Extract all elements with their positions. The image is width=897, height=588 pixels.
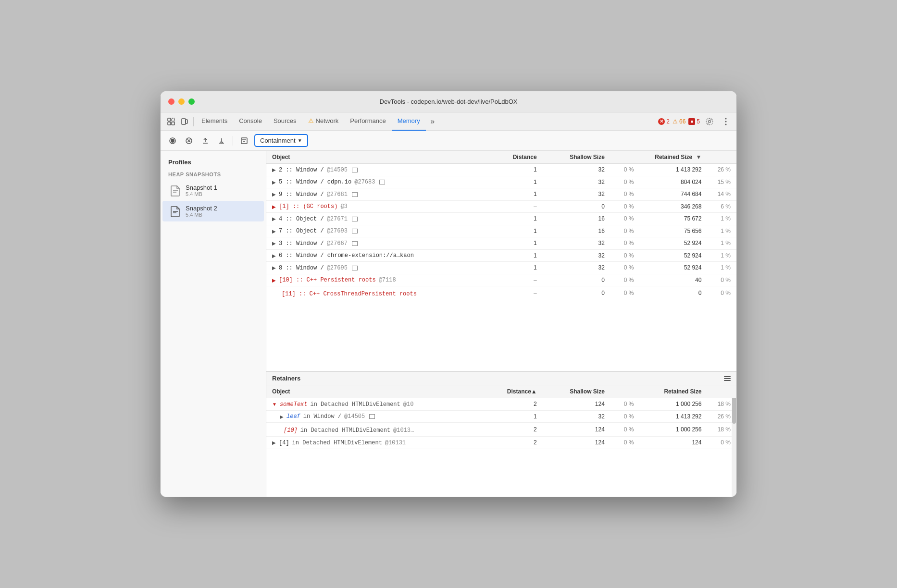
svg-rect-1 (172, 118, 174, 121)
window-box-icon (352, 229, 358, 233)
device-icon[interactable] (178, 115, 191, 128)
retainers-scroll[interactable]: Object Distance▲ Shallow Size Retained S… (266, 385, 736, 497)
window-box-icon (369, 414, 375, 419)
retainer-row[interactable]: [10] in Detached HTMLDivElement @1013… 2… (266, 423, 736, 437)
tab-console[interactable]: Console (233, 112, 268, 131)
expand-arrow-icon[interactable]: ▶ (272, 167, 276, 172)
expand-arrow-icon[interactable]: ▶ (280, 414, 284, 419)
expand-arrow-icon[interactable]: ▼ (272, 402, 277, 407)
expand-arrow-icon[interactable]: ▶ (272, 192, 276, 197)
snapshot-item-2[interactable]: Snapshot 2 5.4 MB (162, 201, 264, 221)
svg-rect-14 (241, 138, 247, 144)
inspector-icon[interactable] (164, 115, 178, 128)
devtools-window: DevTools - codepen.io/web-dot-dev/live/P… (160, 91, 737, 497)
retainers-header-row: Object Distance▲ Shallow Size Retained S… (266, 385, 736, 398)
svg-rect-0 (168, 118, 171, 121)
col-header-shallow: Shallow Size (543, 151, 610, 164)
table-row[interactable]: [11] :: C++ CrossThreadPersistent roots … (266, 286, 736, 300)
col-header-retained[interactable]: Retained Size ▼ (639, 151, 707, 164)
col-header-object-ret: Object (266, 385, 485, 398)
expand-arrow-icon[interactable]: ▶ (272, 204, 276, 209)
more-menu-button[interactable] (719, 115, 733, 128)
window-box-icon (352, 241, 358, 246)
snapshot-info-1: Snapshot 1 5.4 MB (186, 184, 217, 197)
sort-arrow-icon: ▼ (696, 154, 702, 160)
table-row[interactable]: ▶ 7 :: Object / @27693 1 16 0 % 75 656 1… (266, 225, 736, 237)
warning-badge: ⚠ 66 (673, 118, 685, 125)
tab-performance[interactable]: Performance (344, 112, 391, 131)
col-header-shallow-pct-ret (610, 385, 639, 398)
containment-dropdown[interactable]: Containment ▼ (254, 134, 308, 147)
tab-elements[interactable]: Elements (196, 112, 233, 131)
expand-arrow-icon[interactable]: ▶ (272, 278, 276, 283)
window-box-icon (352, 192, 358, 197)
col-header-shallow-pct (610, 151, 639, 164)
retainer-row[interactable]: ▼ someText in Detached HTMLDivElement @1… (266, 398, 736, 411)
maximize-button[interactable] (188, 98, 195, 105)
table-row[interactable]: ▶ 3 :: Window / @27667 1 32 0 % 52 924 1… (266, 237, 736, 250)
minimize-button[interactable] (178, 98, 185, 105)
settings-button[interactable] (703, 115, 716, 128)
expand-arrow-icon[interactable]: ▶ (272, 241, 276, 246)
sub-divider (233, 136, 233, 146)
table-area: Object Distance Shallow Size Retained Si… (266, 151, 736, 497)
expand-arrow-icon[interactable]: ▶ (272, 265, 276, 270)
retainer-row[interactable]: ▶ [4] in Detached HTMLDivElement @10131 … (266, 437, 736, 449)
filter-button[interactable] (238, 135, 250, 147)
close-button[interactable] (168, 98, 174, 105)
svg-rect-2 (168, 122, 171, 125)
tab-sources[interactable]: Sources (268, 112, 302, 131)
sub-toolbar: Containment ▼ (161, 131, 736, 151)
tab-memory[interactable]: Memory (392, 112, 426, 131)
col-header-distance-ret: Distance▲ (485, 385, 543, 398)
upload-button[interactable] (199, 135, 212, 147)
retainers-header: Retainers (266, 372, 736, 385)
table-row[interactable]: ▶ 9 :: Window / @27681 1 32 0 % 744 684 … (266, 188, 736, 201)
error-icon: ✕ (658, 118, 665, 125)
retainers-title: Retainers (272, 375, 300, 382)
sidebar-heading: Profiles (161, 159, 266, 166)
main-toolbar: Elements Console Sources ⚠ Network Perfo… (161, 112, 736, 131)
window-box-icon (379, 180, 385, 184)
window-box-icon (352, 266, 358, 270)
svg-rect-4 (182, 119, 186, 124)
table-row[interactable]: ▶ 2 :: Window / @14505 1 32 0 % 1 413 29… (266, 164, 736, 176)
snapshot-item-1[interactable]: Snapshot 1 5.4 MB (162, 180, 264, 201)
warning-triangle-icon: ⚠ (673, 118, 678, 125)
clear-button[interactable] (183, 135, 195, 147)
scrollbar-track[interactable] (732, 385, 736, 497)
col-header-distance: Distance (485, 151, 543, 164)
download-button[interactable] (215, 135, 228, 147)
expand-arrow-icon[interactable]: ▶ (272, 216, 276, 221)
expand-arrow-icon[interactable]: ▶ (272, 253, 276, 258)
record-button[interactable] (166, 135, 179, 147)
table-row[interactable]: ▶ 8 :: Window / @27695 1 32 0 % 52 924 1… (266, 262, 736, 274)
svg-point-8 (725, 123, 727, 125)
table-row[interactable]: ▶ 4 :: Object / @27671 1 16 0 % 75 672 1… (266, 213, 736, 225)
expand-arrow-icon[interactable]: ▶ (272, 180, 276, 185)
table-row[interactable]: ▶ [1] :: (GC roots) @3 – 0 0 % 346 268 6… (266, 200, 736, 213)
scrollbar-thumb[interactable] (732, 395, 736, 424)
window-controls (168, 98, 195, 105)
snapshot-icon-1 (170, 184, 181, 197)
tab-network[interactable]: ⚠ Network (302, 112, 345, 131)
expand-arrow-icon[interactable]: ▶ (272, 440, 276, 445)
retainers-menu-icon[interactable] (724, 376, 731, 381)
sidebar: Profiles HEAP SNAPSHOTS Snapshot 1 5.4 M… (161, 151, 266, 497)
expand-arrow-icon[interactable]: ▶ (272, 229, 276, 234)
retainer-row[interactable]: ▶ leaf in Window / @14505 1 32 0 (266, 410, 736, 423)
col-header-retained-ret: Retained Size (639, 385, 707, 398)
window-box-icon (352, 168, 358, 172)
more-tabs-button[interactable]: » (426, 115, 439, 128)
sidebar-section-title: HEAP SNAPSHOTS (161, 172, 266, 177)
svg-rect-3 (172, 122, 174, 125)
error-badge: ✕ 2 (658, 118, 670, 125)
snapshot-size-2: 5.4 MB (186, 212, 217, 218)
snapshot-size-1: 5.4 MB (186, 191, 217, 197)
table-row[interactable]: ▶ 6 :: Window / chrome-extension://a…kao… (266, 249, 736, 262)
table-row[interactable]: ▶ [10] :: C++ Persistent roots @7118 – 0… (266, 274, 736, 286)
col-header-object: Object (266, 151, 485, 164)
table-row[interactable]: ▶ 5 :: Window / cdpn.io @27683 1 32 0 % … (266, 176, 736, 188)
window-title: DevTools - codepen.io/web-dot-dev/live/P… (380, 98, 518, 105)
top-table[interactable]: Object Distance Shallow Size Retained Si… (266, 151, 736, 372)
